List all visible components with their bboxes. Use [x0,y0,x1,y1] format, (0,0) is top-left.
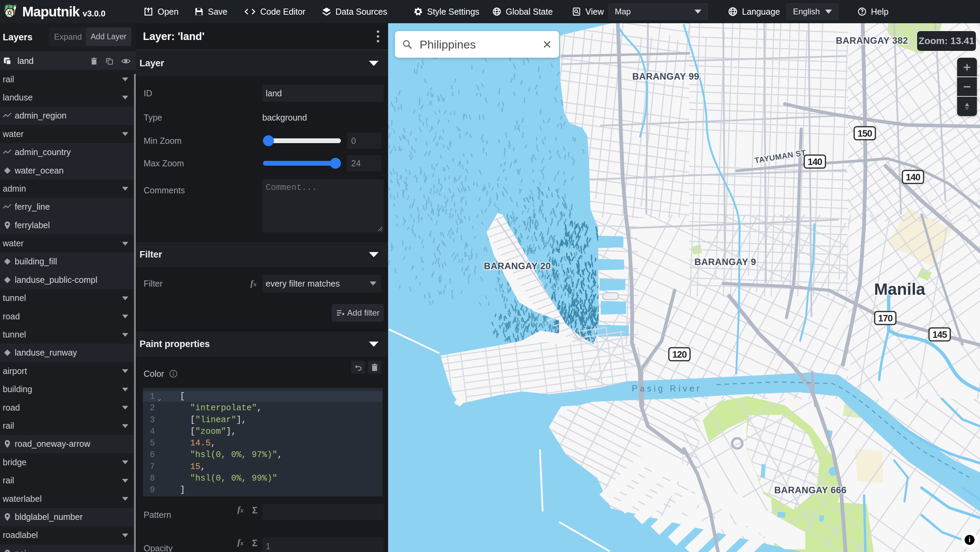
svg-text:140: 140 [906,172,920,182]
svg-text:Manila: Manila [874,280,925,298]
svg-text:150: 150 [858,128,872,139]
svg-text:BARANGAY 382: BARANGAY 382 [836,35,908,46]
svg-text:BARANGAY 666: BARANGAY 666 [774,485,846,495]
svg-text:145: 145 [932,330,947,340]
svg-text:170: 170 [878,313,892,324]
svg-text:BARANGAY 99: BARANGAY 99 [632,71,699,82]
svg-text:Pasig River: Pasig River [632,384,702,393]
svg-text:BARANGAY 9: BARANGAY 9 [694,257,756,267]
svg-text:120: 120 [672,349,687,360]
svg-text:140: 140 [808,157,822,167]
svg-text:BARANGAY 20: BARANGAY 20 [484,261,551,271]
